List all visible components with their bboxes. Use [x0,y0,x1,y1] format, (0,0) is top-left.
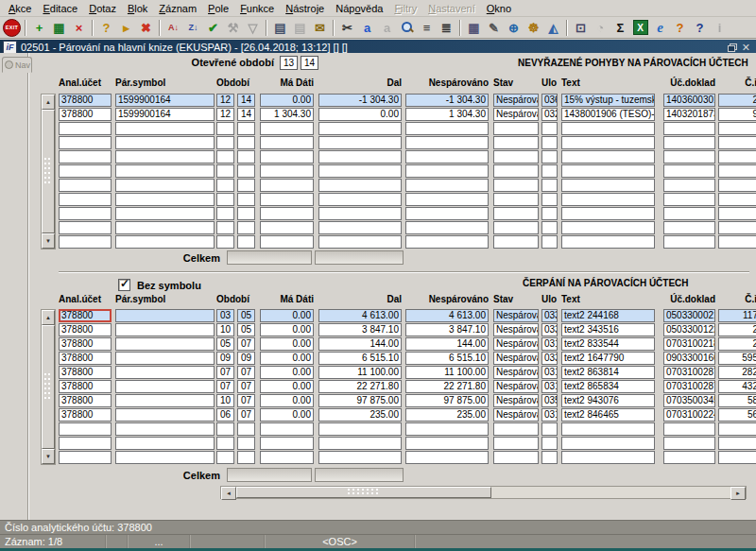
cell-text[interactable] [561,235,655,249]
cell-obd2[interactable] [237,136,255,149]
cell-cr[interactable] [718,193,756,206]
cell-obd1[interactable]: 03 [216,309,234,322]
cell-par[interactable] [115,122,215,135]
cell-dal[interactable]: 144.00 [318,337,402,351]
cell-stav[interactable] [493,422,539,436]
cell-dok[interactable]: 0703100287 [663,380,715,393]
cell-par[interactable] [115,164,215,178]
cell-obd1[interactable]: 10 [216,323,234,336]
cell-dal[interactable] [318,193,402,206]
cell-obd1[interactable] [216,122,234,135]
cell-text[interactable]: text2 244168 [561,309,655,322]
cell-cr[interactable]: 2 [718,94,756,107]
cell-obd2[interactable] [237,221,255,234]
browser-icon[interactable]: e [650,19,670,37]
cell-obd1[interactable]: 09 [216,352,234,365]
cell-md[interactable] [260,221,314,234]
cell-dok[interactable] [663,235,715,249]
cell-md[interactable] [260,136,314,149]
cell-nesp[interactable]: 1 304.30 [405,108,489,121]
cell-obd1[interactable] [216,221,234,234]
cell-ulo[interactable] [541,122,558,135]
excel-icon[interactable]: X [630,19,650,37]
cell-text[interactable] [561,150,655,164]
cell-cr[interactable] [718,207,756,220]
cell-anal[interactable]: 378800 [59,394,112,407]
cell-stav[interactable] [493,207,539,220]
cell-cr[interactable]: 56 [718,408,756,422]
cell-dok[interactable]: 0503300122 [663,323,715,336]
cell-ulo[interactable]: 036 [541,94,558,107]
menu-item-blok[interactable]: Blok [122,2,153,15]
cell-cr[interactable]: 595 [718,352,756,365]
cell-cr[interactable]: 432 [718,380,756,393]
cell-anal[interactable]: 378800 [59,366,112,379]
helm-icon[interactable]: ☸ [524,19,543,37]
cell-md[interactable]: 0.00 [260,394,314,407]
cell-text[interactable] [561,207,655,220]
cell-md[interactable] [260,150,314,164]
scroll-thumb[interactable] [236,487,491,498]
cell-obd1[interactable] [216,164,234,178]
prism-icon[interactable]: ◭ [543,19,563,37]
cell-md[interactable] [260,179,314,192]
period-to-field[interactable]: 14 [301,56,318,70]
cell-cr[interactable]: 282 [718,366,756,379]
cell-par[interactable] [115,323,215,336]
cell-stav[interactable]: Nespárován [493,108,539,121]
cell-md[interactable] [260,437,314,450]
cell-nesp[interactable]: 22 271.80 [405,380,489,393]
cell-obd1[interactable]: 10 [216,394,234,407]
cell-cr[interactable] [718,164,756,178]
cell-obd2[interactable] [237,207,255,220]
cell-text[interactable] [561,136,655,149]
cell-anal[interactable]: 378800 [59,108,112,121]
cell-stav[interactable]: Nespárován [493,380,539,393]
cell-anal[interactable]: 378800 [59,309,112,322]
cell-par[interactable] [115,352,215,365]
cell-cr[interactable] [718,437,756,450]
cell-nesp[interactable]: 3 847.10 [405,323,489,336]
window-nav-icon[interactable]: ⊡ [571,19,591,37]
cell-stav[interactable]: Nespárován [493,366,539,379]
cell-dal[interactable]: 235.00 [318,408,402,422]
enter-query-icon[interactable]: ? [96,19,116,37]
cell-cr[interactable] [718,136,756,149]
cell-dal[interactable]: -1 304.30 [318,94,402,107]
cell-ulo[interactable] [541,221,558,234]
period-from-field[interactable]: 13 [280,56,298,70]
cell-text[interactable]: text2 846465 [561,408,655,422]
cell-anal[interactable]: 378800 [59,94,112,107]
cell-stav[interactable] [493,136,539,149]
cell-ulo[interactable]: 033 [541,352,558,365]
cell-dok[interactable]: 0703100224 [663,408,715,422]
cell-par[interactable] [115,179,215,192]
cell-obd1[interactable]: 07 [216,366,234,379]
cell-obd1[interactable] [216,422,234,436]
cell-stav[interactable] [493,122,539,135]
cell-nesp[interactable] [405,221,489,234]
cell-cr[interactable]: 58 [718,394,756,407]
menu-item-editace[interactable]: Editace [37,2,83,15]
cell-dal[interactable]: 6 515.10 [318,352,402,365]
cell-par[interactable] [115,193,215,206]
cell-obd2[interactable]: 07 [237,366,255,379]
cell-obd1[interactable] [216,179,234,192]
menu-item-pole[interactable]: Pole [202,2,234,15]
calendar-icon[interactable]: ▦ [464,19,484,37]
sort-asc-icon[interactable]: A↓ [163,19,183,37]
cell-nesp[interactable] [405,193,489,206]
scroll-right-button[interactable]: ► [730,487,746,500]
cell-obd2[interactable]: 09 [237,352,255,365]
cell-nesp[interactable] [405,451,489,464]
cell-nesp[interactable] [405,422,489,436]
cell-text[interactable]: text2 943076 [561,394,655,407]
cell-par[interactable] [115,394,215,407]
restore-button[interactable] [728,43,737,52]
cell-md[interactable]: 0.00 [260,94,314,107]
delete-record-icon[interactable]: × [69,19,89,37]
cell-nesp[interactable]: 235.00 [405,408,489,422]
cell-nesp[interactable] [405,207,489,220]
cell-obd2[interactable] [237,150,255,164]
cell-text[interactable] [561,422,655,436]
